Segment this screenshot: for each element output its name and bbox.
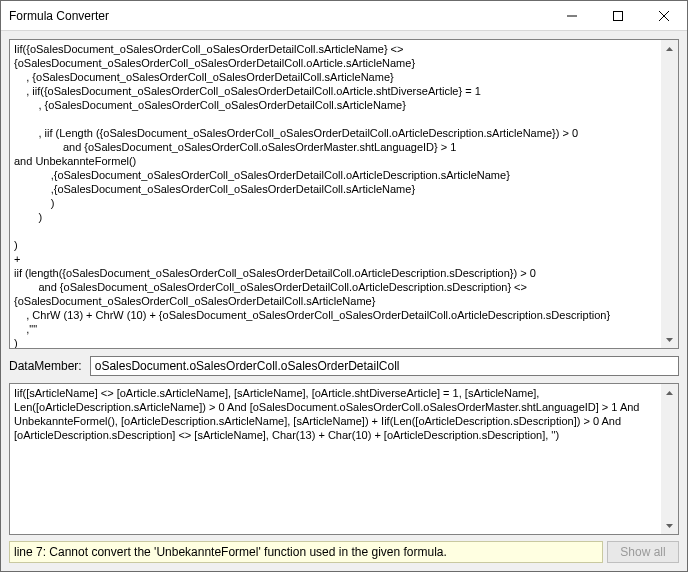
close-button[interactable]: [641, 1, 687, 31]
result-formula-pane[interactable]: Iif([sArticleName] <> [oArticle.sArticle…: [9, 383, 679, 535]
minimize-icon: [567, 11, 577, 21]
scroll-down-icon[interactable]: [661, 517, 678, 534]
source-formula-text[interactable]: Iif({oSalesDocument_oSalesOrderColl_oSal…: [10, 40, 661, 348]
formula-converter-window: Formula Converter Iif({oSalesDocument_oS…: [0, 0, 688, 572]
close-icon: [659, 11, 669, 21]
maximize-icon: [613, 11, 623, 21]
titlebar[interactable]: Formula Converter: [1, 1, 687, 31]
svg-rect-0: [614, 12, 623, 21]
window-title: Formula Converter: [9, 9, 549, 23]
data-member-label: DataMember:: [9, 359, 82, 373]
result-scrollbar[interactable]: [661, 384, 678, 534]
client-area: Iif({oSalesDocument_oSalesOrderColl_oSal…: [1, 31, 687, 571]
scroll-down-icon[interactable]: [661, 331, 678, 348]
window-buttons: [549, 1, 687, 30]
show-all-button[interactable]: Show all: [607, 541, 679, 563]
scroll-up-icon[interactable]: [661, 40, 678, 57]
source-scrollbar[interactable]: [661, 40, 678, 348]
result-formula-text[interactable]: Iif([sArticleName] <> [oArticle.sArticle…: [10, 384, 661, 534]
status-message: line 7: Cannot convert the 'UnbekannteFo…: [9, 541, 603, 563]
status-row: line 7: Cannot convert the 'UnbekannteFo…: [9, 541, 679, 563]
data-member-row: DataMember:: [9, 355, 679, 377]
source-formula-pane[interactable]: Iif({oSalesDocument_oSalesOrderColl_oSal…: [9, 39, 679, 349]
minimize-button[interactable]: [549, 1, 595, 31]
scroll-up-icon[interactable]: [661, 384, 678, 401]
maximize-button[interactable]: [595, 1, 641, 31]
data-member-input[interactable]: [90, 356, 679, 376]
